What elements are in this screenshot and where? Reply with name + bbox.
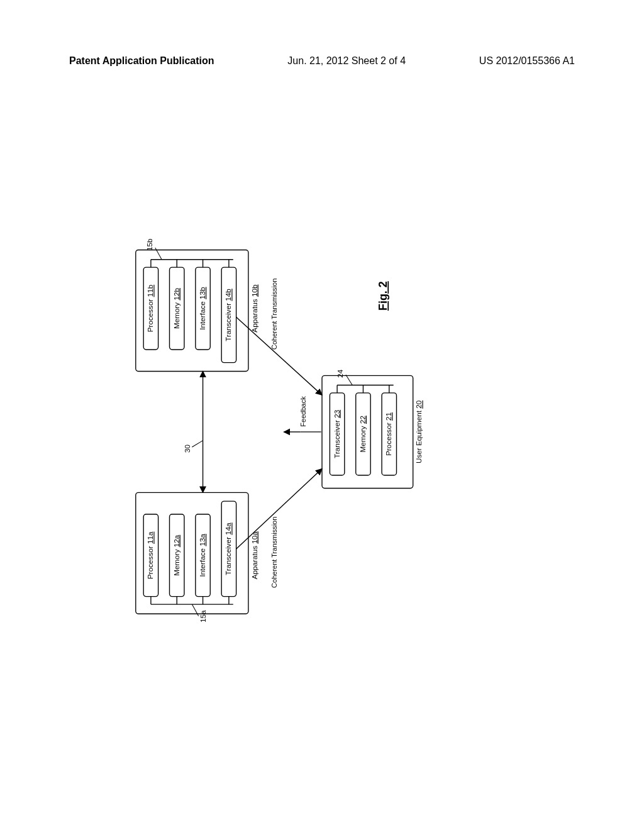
header-right: US 2012/0155366 A1 (479, 55, 575, 67)
bus-ref-a: 15a (199, 610, 207, 622)
svg-text:Transceiver 23: Transceiver 23 (333, 410, 341, 458)
svg-text:Apparatus 10a: Apparatus 10a (250, 531, 258, 580)
svg-line-32 (192, 441, 203, 447)
user-equipment: 24 Transceiver 23 Memory 22 Processor 21… (322, 369, 423, 488)
bus-ref-b: 15b (145, 238, 153, 251)
svg-text:Processor 11b: Processor 11b (146, 284, 154, 332)
coherent-label-a: Coherent Transmission (270, 517, 278, 588)
link-ref-label: 30 (183, 444, 191, 453)
svg-text:Memory 22: Memory 22 (358, 416, 367, 453)
apparatus-a: 15a Processor 11a Memory 12a Interface 1… (136, 492, 258, 622)
svg-text:Memory 12b: Memory 12b (172, 288, 180, 329)
apparatus-b: 15b Processor 11b Memory 12b Interface 1… (136, 238, 258, 372)
figure-label: Fig. 2 (377, 281, 389, 311)
figure-diagram: 15a Processor 11a Memory 12a Interface 1… (44, 233, 522, 622)
svg-text:Transceiver 14b: Transceiver 14b (224, 289, 232, 341)
svg-line-38 (346, 375, 352, 385)
svg-text:Memory 12a: Memory 12a (172, 534, 180, 576)
coherent-arrow-a (236, 468, 322, 548)
header-center: Jun. 21, 2012 Sheet 2 of 4 (287, 55, 406, 67)
bus-ref-ue: 24 (336, 369, 344, 378)
coherent-arrow-b (236, 317, 322, 395)
svg-text:Transceiver 14a: Transceiver 14a (224, 523, 232, 575)
svg-text:Processor 21: Processor 21 (384, 412, 392, 456)
feedback-label: Feedback (299, 396, 307, 427)
svg-text:User Equipment 20: User Equipment 20 (414, 400, 423, 463)
coherent-label-b: Coherent Transmission (270, 279, 278, 350)
svg-text:Processor 11a: Processor 11a (146, 531, 154, 579)
svg-text:Interface 13a: Interface 13a (198, 534, 206, 577)
svg-text:Apparatus 10b: Apparatus 10b (250, 284, 258, 333)
svg-text:Interface 13b: Interface 13b (198, 287, 206, 330)
header-left: Patent Application Publication (69, 55, 214, 67)
